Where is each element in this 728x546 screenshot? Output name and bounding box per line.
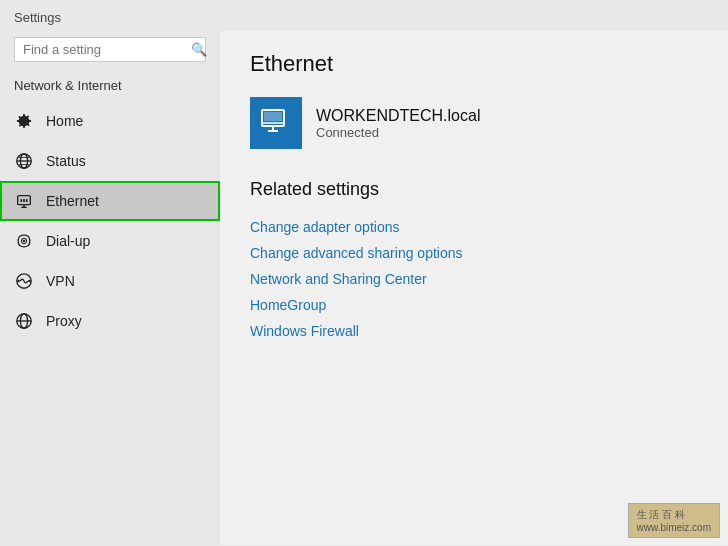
link-network-sharing-center[interactable]: Network and Sharing Center bbox=[250, 266, 698, 292]
globe-icon bbox=[14, 151, 34, 171]
svg-rect-8 bbox=[23, 199, 25, 202]
search-input[interactable] bbox=[23, 42, 191, 57]
link-windows-firewall[interactable]: Windows Firewall bbox=[250, 318, 698, 344]
link-change-adapter[interactable]: Change adapter options bbox=[250, 214, 698, 240]
svg-rect-23 bbox=[264, 112, 282, 121]
sidebar-item-vpn-label: VPN bbox=[46, 273, 75, 289]
sidebar-item-proxy[interactable]: Proxy bbox=[0, 301, 220, 341]
network-info: WORKENDTECH.local Connected bbox=[316, 107, 480, 140]
network-icon-box bbox=[250, 97, 302, 149]
main-layout: 🔍 Network & Internet Home bbox=[0, 31, 728, 545]
sidebar-item-ethernet[interactable]: Ethernet bbox=[0, 181, 220, 221]
main-content: Ethernet WORKENDTECH.local Connected Rel… bbox=[220, 31, 728, 545]
home-icon bbox=[14, 111, 34, 131]
network-status: Connected bbox=[316, 125, 480, 140]
sidebar-item-home-label: Home bbox=[46, 113, 83, 129]
svg-point-12 bbox=[23, 240, 26, 243]
sidebar: 🔍 Network & Internet Home bbox=[0, 31, 220, 545]
link-change-sharing[interactable]: Change advanced sharing options bbox=[250, 240, 698, 266]
svg-point-15 bbox=[28, 280, 31, 283]
monitor-icon bbox=[259, 106, 293, 140]
sidebar-item-home[interactable]: Home bbox=[0, 101, 220, 141]
sidebar-item-status-label: Status bbox=[46, 153, 86, 169]
link-homegroup[interactable]: HomeGroup bbox=[250, 292, 698, 318]
sidebar-item-status[interactable]: Status bbox=[0, 141, 220, 181]
network-name: WORKENDTECH.local bbox=[316, 107, 480, 125]
svg-point-14 bbox=[17, 280, 20, 283]
search-box[interactable]: 🔍 bbox=[14, 37, 206, 62]
sidebar-item-proxy-label: Proxy bbox=[46, 313, 82, 329]
title-bar: Settings bbox=[0, 0, 728, 31]
network-card: WORKENDTECH.local Connected bbox=[250, 97, 698, 149]
page-title: Ethernet bbox=[250, 51, 698, 77]
vpn-icon bbox=[14, 271, 34, 291]
dialup-icon bbox=[14, 231, 34, 251]
svg-rect-9 bbox=[26, 199, 28, 202]
sidebar-item-ethernet-label: Ethernet bbox=[46, 193, 99, 209]
ethernet-icon bbox=[14, 191, 34, 211]
search-box-wrap: 🔍 bbox=[0, 31, 220, 72]
svg-rect-7 bbox=[20, 199, 22, 202]
watermark-line1: 生 活 百 科 bbox=[637, 508, 711, 522]
section-label: Network & Internet bbox=[0, 72, 220, 101]
watermark: 生 活 百 科 www.bimeiz.com bbox=[628, 503, 720, 538]
sidebar-item-dialup[interactable]: Dial-up bbox=[0, 221, 220, 261]
related-settings-title: Related settings bbox=[250, 179, 698, 200]
app-title: Settings bbox=[14, 10, 61, 25]
watermark-line2: www.bimeiz.com bbox=[637, 522, 711, 533]
sidebar-item-vpn[interactable]: VPN bbox=[0, 261, 220, 301]
proxy-icon bbox=[14, 311, 34, 331]
search-icon: 🔍 bbox=[191, 42, 207, 57]
sidebar-item-dialup-label: Dial-up bbox=[46, 233, 90, 249]
